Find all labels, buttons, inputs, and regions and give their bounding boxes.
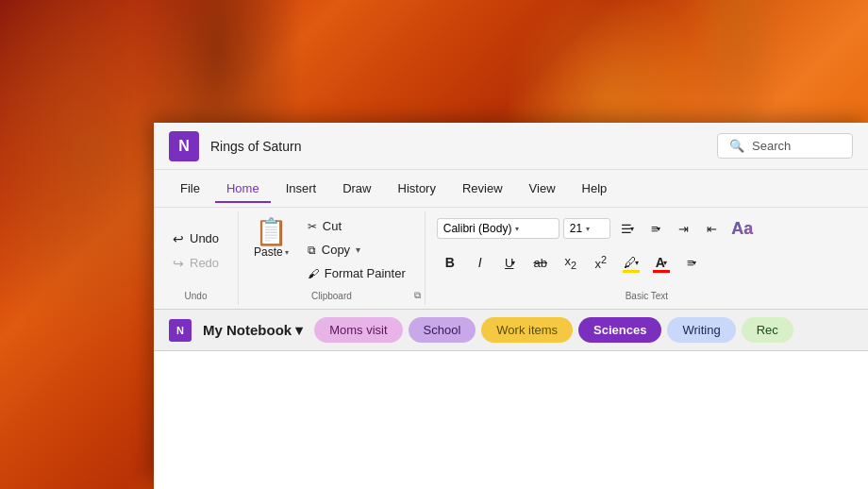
paste-icon: 📋 — [255, 219, 288, 245]
font-selector[interactable]: Calibri (Body) ▾ — [437, 218, 559, 239]
app-title: Rings of Saturn — [210, 139, 706, 154]
notebook-title-button[interactable]: My Notebook ▾ — [203, 322, 303, 339]
subscript-button[interactable]: x2 — [558, 249, 584, 276]
styles-button[interactable]: Aa — [729, 215, 756, 242]
font-color-dropdown[interactable]: ▾ — [663, 259, 667, 267]
italic-button[interactable]: I — [467, 249, 493, 276]
font-size-dropdown-arrow: ▾ — [586, 225, 590, 233]
font-size-selector[interactable]: 21 ▾ — [563, 218, 610, 239]
undo-icon: ↩ — [173, 231, 184, 246]
tab-moms-visit[interactable]: Moms visit — [314, 317, 402, 343]
clipboard-group-label: Clipboard — [239, 291, 425, 301]
notebook-icon: N — [169, 319, 192, 342]
styles-icon: Aa — [731, 219, 753, 239]
menu-home[interactable]: Home — [215, 174, 271, 203]
align-button[interactable]: ≡ ▾ — [678, 249, 705, 276]
superscript-icon: x2 — [594, 254, 607, 271]
tab-sciences[interactable]: Sciences — [578, 317, 661, 343]
strikethrough-button[interactable]: ab — [527, 249, 554, 276]
section-tabs: Moms visit School Work items Sciences Wr… — [314, 317, 853, 343]
content-area[interactable] — [154, 351, 868, 489]
align-dropdown[interactable]: ▾ — [693, 259, 696, 267]
font-name: Calibri (Body) — [443, 222, 512, 235]
notebook-title-text: My Notebook — [203, 322, 292, 338]
notebook-bar: N My Notebook ▾ Moms visit School Work i… — [154, 310, 868, 351]
tab-school-label: School — [424, 323, 461, 337]
clipboard-group: 📋 Paste ▾ ✂ Cut ⧉ Copy ▾ — [239, 211, 426, 305]
undo-stack: ↩ Undo ↪ Redo — [165, 228, 226, 275]
copy-dropdown-arrow[interactable]: ▾ — [356, 244, 360, 255]
menu-insert[interactable]: Insert — [275, 174, 328, 203]
bullet-list-dropdown[interactable]: ▾ — [630, 225, 634, 233]
notebook-chevron-icon: ▾ — [295, 322, 303, 339]
basic-text-group-label: Basic Text — [426, 291, 868, 301]
bold-icon: B — [445, 255, 455, 270]
font-row: Calibri (Body) ▾ 21 ▾ ☰ ▾ ≡ — [437, 215, 857, 242]
underline-button[interactable]: U ▾ — [497, 249, 524, 276]
bold-button[interactable]: B — [437, 249, 463, 276]
search-icon: 🔍 — [729, 139, 744, 153]
numbered-list-button[interactable]: ≡ ▾ — [643, 215, 669, 242]
italic-icon: I — [478, 255, 482, 270]
search-label: Search — [752, 139, 791, 153]
logo-letter: N — [178, 138, 190, 155]
tab-moms-label: Moms visit — [329, 323, 387, 337]
copy-button[interactable]: ⧉ Copy ▾ — [300, 239, 413, 261]
onenote-logo: N — [169, 131, 199, 161]
paste-dropdown-arrow[interactable]: ▾ — [285, 248, 289, 257]
format-row: B I U ▾ ab x2 x2 — [437, 249, 857, 276]
superscript-button[interactable]: x2 — [588, 249, 614, 276]
menu-help[interactable]: Help — [571, 174, 619, 203]
redo-button[interactable]: ↪ Redo — [165, 252, 226, 275]
menu-bar: File Home Insert Draw History Review Vie… — [154, 170, 868, 208]
redo-label: Redo — [190, 256, 219, 270]
indent-decrease-icon: ⇤ — [707, 222, 717, 236]
highlight-bar — [623, 270, 640, 273]
list-buttons: ☰ ▾ ≡ ▾ ⇥ ⇤ — [614, 215, 726, 242]
tab-rec[interactable]: Rec — [742, 317, 793, 343]
tab-writing[interactable]: Writing — [667, 317, 735, 343]
bullet-list-button[interactable]: ☰ ▾ — [614, 215, 641, 242]
cut-icon: ✂ — [308, 220, 317, 233]
indent-increase-button[interactable]: ⇥ — [671, 215, 697, 242]
menu-draw[interactable]: Draw — [331, 174, 382, 203]
undo-group-label: Undo — [154, 291, 238, 301]
numbered-list-dropdown[interactable]: ▾ — [657, 225, 660, 233]
font-size-value: 21 — [570, 222, 582, 235]
onenote-window: N Rings of Saturn 🔍 Search File Home Ins… — [154, 123, 868, 489]
font-color-button[interactable]: A ▾ — [648, 249, 675, 276]
clipboard-expand-icon[interactable]: ⧉ — [414, 290, 421, 301]
tab-rec-label: Rec — [757, 323, 778, 337]
menu-file[interactable]: File — [169, 174, 211, 203]
format-painter-button[interactable]: 🖌 Format Painter — [300, 262, 413, 284]
indent-decrease-button[interactable]: ⇤ — [699, 215, 726, 242]
underline-dropdown[interactable]: ▾ — [511, 259, 515, 267]
tab-writing-label: Writing — [682, 323, 720, 337]
copy-label: Copy — [322, 243, 350, 257]
cut-button[interactable]: ✂ Cut — [300, 215, 413, 237]
menu-review[interactable]: Review — [451, 174, 514, 203]
tab-work-label: Work items — [496, 323, 558, 337]
format-painter-icon: 🖌 — [308, 267, 319, 280]
cut-label: Cut — [323, 219, 342, 233]
menu-view[interactable]: View — [518, 174, 567, 203]
format-painter-label: Format Painter — [325, 266, 406, 280]
tab-school[interactable]: School — [409, 317, 476, 343]
strikethrough-icon: ab — [534, 256, 547, 270]
clipboard-actions: ✂ Cut ⧉ Copy ▾ 🖌 Format Painter — [300, 215, 413, 284]
title-bar: N Rings of Saturn 🔍 Search — [154, 123, 868, 170]
highlight-button[interactable]: 🖊 ▾ — [618, 249, 644, 276]
undo-group: ↩ Undo ↪ Redo Undo — [154, 211, 239, 305]
highlight-dropdown[interactable]: ▾ — [635, 259, 639, 267]
tab-work-items[interactable]: Work items — [481, 317, 573, 343]
search-box[interactable]: 🔍 Search — [717, 133, 853, 159]
paste-label: Paste — [254, 245, 283, 259]
font-color-bar — [653, 270, 670, 273]
subscript-icon: x2 — [564, 254, 576, 271]
undo-button[interactable]: ↩ Undo — [165, 228, 226, 250]
tab-sciences-label: Sciences — [593, 323, 646, 337]
basic-text-group: Calibri (Body) ▾ 21 ▾ ☰ ▾ ≡ — [426, 211, 868, 305]
paste-button[interactable]: 📋 Paste ▾ — [250, 215, 292, 262]
redo-icon: ↪ — [173, 256, 184, 271]
menu-history[interactable]: History — [387, 174, 447, 203]
